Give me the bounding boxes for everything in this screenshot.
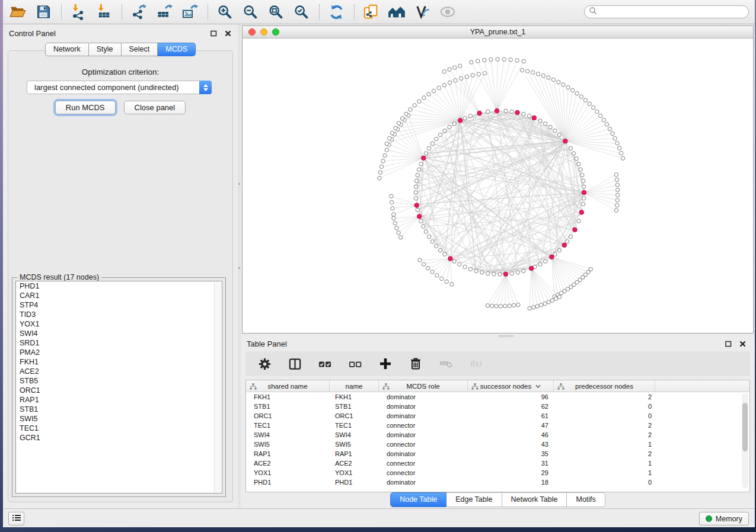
graph-node[interactable] bbox=[414, 191, 417, 194]
save-session-icon[interactable] bbox=[34, 3, 52, 21]
graph-node[interactable] bbox=[440, 277, 444, 280]
graph-node[interactable] bbox=[430, 142, 434, 145]
cell-name[interactable]: FKH1 bbox=[330, 392, 379, 402]
graph-node[interactable] bbox=[572, 152, 575, 155]
graph-node[interactable] bbox=[536, 72, 540, 76]
graph-node[interactable] bbox=[569, 146, 572, 150]
run-mcds-button[interactable]: Run MCDS bbox=[55, 101, 116, 114]
graph-node[interactable] bbox=[557, 295, 561, 299]
graph-node[interactable] bbox=[615, 142, 619, 145]
vizmapper-icon[interactable] bbox=[413, 3, 431, 21]
graph-node[interactable] bbox=[395, 226, 398, 230]
mcds-result-list[interactable]: PHD1CAR1STP4TID3YOX1SWI4SRD1PMA2FKH1ACE2… bbox=[15, 281, 222, 493]
cell-MCDS-role[interactable]: connector bbox=[379, 459, 468, 468]
cell-MCDS-role[interactable]: dominator bbox=[379, 449, 468, 459]
graph-node[interactable] bbox=[476, 59, 480, 63]
graph-node[interactable] bbox=[575, 157, 578, 161]
mcds-result-item[interactable]: CAR1 bbox=[16, 291, 222, 300]
graph-node[interactable] bbox=[541, 74, 545, 78]
graph-node[interactable] bbox=[397, 121, 400, 125]
graph-node[interactable] bbox=[611, 132, 614, 135]
cell-name[interactable]: PHD1 bbox=[330, 477, 379, 487]
mcds-result-item[interactable]: STP4 bbox=[16, 300, 222, 310]
graph-hub-node[interactable] bbox=[458, 118, 463, 123]
graph-node[interactable] bbox=[422, 262, 425, 266]
graph-node[interactable] bbox=[400, 117, 404, 120]
cell-successor-nodes[interactable]: 61 bbox=[468, 411, 554, 421]
graph-node[interactable] bbox=[599, 114, 602, 117]
graph-node[interactable] bbox=[477, 72, 480, 76]
graph-node[interactable] bbox=[522, 59, 525, 63]
graph-node[interactable] bbox=[566, 85, 570, 89]
graph-hub-node[interactable] bbox=[448, 257, 453, 261]
graph-hub-node[interactable] bbox=[563, 139, 568, 143]
graph-node[interactable] bbox=[435, 244, 438, 248]
cell-name[interactable]: RAP1 bbox=[330, 449, 379, 459]
cell-MCDS-role[interactable]: connector bbox=[379, 440, 468, 449]
cell-shared-name[interactable]: ORC1 bbox=[246, 411, 330, 421]
graph-node[interactable] bbox=[527, 114, 531, 118]
graph-node[interactable] bbox=[422, 96, 426, 100]
close-panel-icon[interactable] bbox=[224, 29, 232, 37]
graph-hub-node[interactable] bbox=[573, 227, 578, 232]
tab-select[interactable]: Select bbox=[122, 43, 158, 56]
memory-button[interactable]: Memory bbox=[699, 512, 749, 525]
graph-node[interactable] bbox=[522, 112, 525, 116]
cell-shared-name[interactable]: STB1 bbox=[246, 402, 330, 411]
mcds-result-item[interactable]: SRD1 bbox=[16, 338, 222, 348]
graph-hub-node[interactable] bbox=[550, 255, 554, 259]
graph-node[interactable] bbox=[435, 274, 439, 277]
cell-predecessor-nodes[interactable]: 0 bbox=[554, 402, 655, 411]
cell-successor-nodes[interactable]: 31 bbox=[468, 459, 554, 468]
graph-node[interactable] bbox=[551, 78, 555, 81]
graph-node[interactable] bbox=[452, 259, 456, 263]
cell-successor-nodes[interactable]: 29 bbox=[468, 468, 554, 477]
graph-node[interactable] bbox=[424, 152, 428, 155]
graph-node[interactable] bbox=[557, 248, 561, 252]
export-image-icon[interactable] bbox=[181, 3, 199, 21]
graph-node[interactable] bbox=[416, 208, 419, 211]
search-input[interactable] bbox=[597, 8, 744, 16]
mcds-result-item[interactable]: ACE2 bbox=[16, 367, 222, 376]
column-header-successor-nodes[interactable]: successor nodes bbox=[468, 380, 554, 392]
table-scrollbar-thumb[interactable] bbox=[742, 403, 748, 451]
window-minimize-light[interactable] bbox=[260, 28, 267, 36]
graph-node[interactable] bbox=[448, 81, 451, 84]
mcds-result-item[interactable]: YOX1 bbox=[16, 319, 222, 329]
cell-predecessor-nodes[interactable]: 2 bbox=[554, 449, 655, 459]
tab-motifs[interactable]: Motifs bbox=[567, 492, 605, 507]
table-row[interactable]: ACE2ACE2connector311 bbox=[246, 459, 749, 468]
close-panel-button[interactable]: Close panel bbox=[124, 101, 186, 114]
graph-node[interactable] bbox=[510, 110, 513, 113]
graph-node[interactable] bbox=[569, 235, 572, 238]
cell-name[interactable]: ACE2 bbox=[330, 459, 379, 468]
graph-node[interactable] bbox=[397, 231, 400, 235]
graph-node[interactable] bbox=[430, 240, 434, 243]
graph-node[interactable] bbox=[621, 156, 624, 160]
graph-node[interactable] bbox=[474, 269, 478, 273]
graph-hub-node[interactable] bbox=[529, 266, 534, 271]
tab-mcds[interactable]: MCDS bbox=[158, 43, 196, 56]
window-close-light[interactable] bbox=[248, 28, 256, 36]
graph-node[interactable] bbox=[522, 269, 525, 273]
graph-node[interactable] bbox=[383, 153, 387, 157]
graph-node[interactable] bbox=[620, 151, 623, 155]
graph-node[interactable] bbox=[595, 110, 599, 113]
export-network-icon[interactable] bbox=[130, 3, 148, 21]
graph-hub-node[interactable] bbox=[417, 214, 422, 219]
graph-node[interactable] bbox=[544, 259, 547, 263]
graph-node[interactable] bbox=[417, 168, 421, 171]
graph-node[interactable] bbox=[385, 142, 388, 145]
graph-node[interactable] bbox=[393, 222, 397, 225]
table-row[interactable]: TEC1TEC1connector472 bbox=[246, 421, 749, 430]
mcds-list-scrollbar[interactable] bbox=[214, 282, 221, 492]
toggle-panel-icon[interactable] bbox=[288, 357, 302, 371]
graph-node[interactable] bbox=[579, 168, 582, 171]
graph-node[interactable] bbox=[615, 183, 619, 187]
graph-node[interactable] bbox=[499, 305, 502, 308]
graph-node[interactable] bbox=[418, 258, 422, 262]
mcds-result-item[interactable]: TEC1 bbox=[16, 424, 222, 433]
mcds-result-item[interactable]: STB5 bbox=[16, 376, 222, 386]
graph-node[interactable] bbox=[480, 271, 484, 274]
graph-node[interactable] bbox=[427, 92, 430, 96]
